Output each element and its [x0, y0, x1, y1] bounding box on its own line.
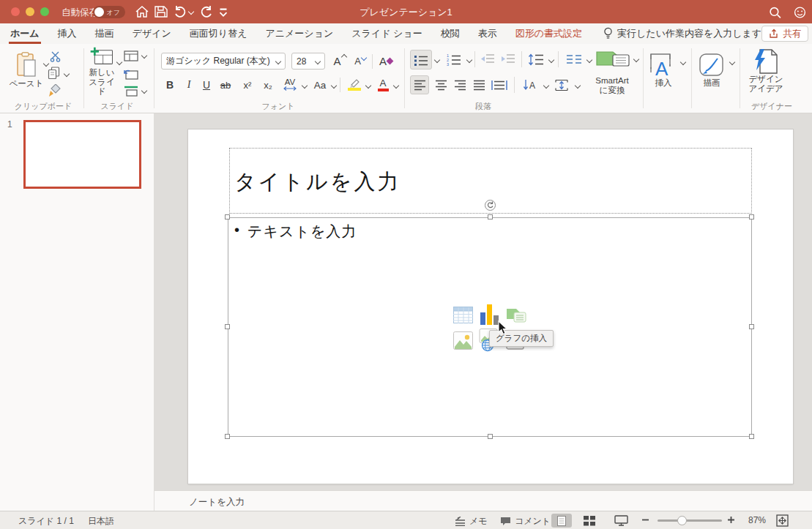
handle-middle-right[interactable] [749, 324, 754, 329]
slide-canvas[interactable]: タイトルを入力 • テキストを入力 [188, 130, 793, 484]
account-icon[interactable] [794, 6, 806, 19]
font-size-select[interactable]: 28 [291, 53, 325, 70]
bullets-button[interactable] [410, 50, 432, 70]
slide-sorter-icon[interactable] [584, 515, 595, 526]
zoom-out-button[interactable] [641, 516, 649, 524]
body-placeholder[interactable] [228, 217, 752, 437]
paste-button[interactable]: ペースト [9, 48, 44, 92]
text-direction-chevron[interactable] [543, 83, 549, 89]
strikethrough-button[interactable]: ab [217, 76, 234, 94]
tab-review[interactable]: 校閲 [439, 23, 461, 44]
zoom-slider-handle[interactable] [677, 516, 687, 525]
columns-chevron[interactable] [586, 57, 592, 63]
handle-bottom-left[interactable] [225, 434, 230, 439]
font-name-select[interactable]: 游ゴシック Regular (本文) [161, 53, 286, 70]
body-text-line[interactable]: • テキストを入力 [234, 222, 357, 241]
reset-slide-button[interactable] [123, 67, 139, 80]
notes-pane[interactable]: ノートを入力 [154, 490, 812, 511]
view-normal-button[interactable] [551, 514, 572, 528]
change-case-button[interactable]: Aa [310, 76, 329, 94]
character-spacing-button[interactable]: AV [280, 75, 300, 94]
tab-animations[interactable]: アニメーション [264, 23, 335, 44]
decrease-indent-button[interactable] [479, 51, 496, 66]
handle-top-center[interactable] [488, 214, 493, 220]
design-ideas-button[interactable]: デザイン アイデア [745, 45, 786, 97]
font-color-button[interactable]: A [375, 75, 391, 94]
insert-smartart-icon[interactable] [506, 307, 526, 323]
align-text-chevron[interactable] [575, 83, 581, 89]
tab-insert[interactable]: 挿入 [56, 23, 78, 44]
draw-chevron[interactable] [729, 59, 735, 65]
zoom-in-button[interactable] [727, 516, 735, 524]
font-color-chevron[interactable] [393, 83, 399, 89]
underline-button[interactable]: U [199, 76, 214, 94]
tellme-button[interactable]: 実行したい作業内容を入力します [603, 27, 761, 40]
section-button[interactable] [123, 85, 139, 97]
fit-window-button[interactable] [776, 514, 789, 527]
tab-slideshow[interactable]: スライド ショー [350, 23, 423, 44]
numbering-chevron[interactable] [466, 57, 472, 63]
numbering-button[interactable]: 123 [444, 50, 464, 70]
align-center-button[interactable] [431, 75, 450, 94]
zoom-slider-track[interactable] [658, 519, 722, 522]
distributed-button[interactable] [488, 75, 510, 94]
bold-button[interactable]: B [163, 76, 177, 94]
handle-top-right[interactable] [749, 214, 754, 220]
share-button[interactable]: 共有 [761, 26, 808, 42]
change-case-chevron[interactable] [331, 83, 337, 89]
copy-button[interactable] [45, 66, 62, 80]
align-left-button[interactable] [410, 75, 429, 94]
text-direction-button[interactable]: A [520, 75, 542, 94]
cut-button[interactable] [48, 50, 63, 63]
layout-dropdown-chevron[interactable] [141, 53, 147, 59]
subscript-button[interactable]: x₂ [259, 76, 277, 94]
insert-table-icon[interactable] [453, 307, 473, 323]
insert-picture-icon[interactable] [453, 331, 473, 350]
line-spacing-chevron[interactable] [548, 57, 554, 63]
zoom-percent[interactable]: 87% [748, 515, 766, 525]
insert-chart-icon[interactable] [480, 304, 499, 325]
superscript-button[interactable]: x² [239, 76, 256, 94]
clear-formatting-button[interactable]: A [376, 53, 395, 69]
highlight-button[interactable] [346, 75, 363, 94]
increase-font-button[interactable]: A [331, 53, 349, 69]
new-slide-dropdown-chevron[interactable] [116, 59, 122, 65]
italic-button[interactable]: I [182, 76, 196, 94]
insert-text-chevron[interactable] [680, 59, 686, 65]
tab-shape-format[interactable]: 図形の書式設定 [514, 23, 584, 44]
tab-view[interactable]: 表示 [477, 23, 499, 44]
decrease-font-button[interactable]: A [351, 53, 369, 69]
tab-draw[interactable]: 描画 [94, 23, 116, 44]
line-spacing-button[interactable] [526, 50, 546, 69]
comments-toggle[interactable]: コメント [500, 515, 551, 528]
search-icon[interactable] [769, 6, 781, 19]
handle-bottom-right[interactable] [749, 434, 754, 439]
language-button[interactable]: 日本語 [88, 515, 114, 528]
justify-button[interactable] [469, 75, 488, 94]
highlight-chevron[interactable] [365, 83, 371, 89]
tab-design[interactable]: デザイン [131, 23, 173, 44]
handle-top-left[interactable] [225, 214, 230, 220]
handle-middle-left[interactable] [225, 324, 230, 329]
char-spacing-chevron[interactable] [302, 83, 308, 89]
notes-toggle[interactable]: メモ [455, 515, 488, 528]
new-slide-button[interactable]: 新しい スライド [86, 47, 117, 97]
draw-button[interactable]: 描画 [696, 47, 728, 94]
align-text-button[interactable] [551, 75, 573, 94]
tab-transitions[interactable]: 画面切り替え [188, 23, 249, 44]
slide-thumbnail[interactable] [23, 120, 141, 189]
format-painter-button[interactable] [47, 83, 62, 97]
columns-button[interactable] [564, 50, 584, 69]
handle-bottom-center[interactable] [488, 434, 493, 439]
smartart-chevron[interactable] [633, 56, 639, 62]
slideshow-icon[interactable] [614, 515, 628, 526]
insert-text-button[interactable]: A 挿入 [647, 47, 679, 94]
align-right-button[interactable] [450, 75, 469, 94]
copy-dropdown-chevron[interactable] [64, 71, 70, 77]
increase-indent-button[interactable] [499, 51, 517, 66]
rotate-handle[interactable] [485, 200, 496, 211]
smartart-convert-button[interactable] [595, 47, 631, 72]
layout-button[interactable] [123, 50, 139, 62]
bullets-chevron[interactable] [434, 57, 440, 63]
section-dropdown-chevron[interactable] [141, 88, 147, 94]
